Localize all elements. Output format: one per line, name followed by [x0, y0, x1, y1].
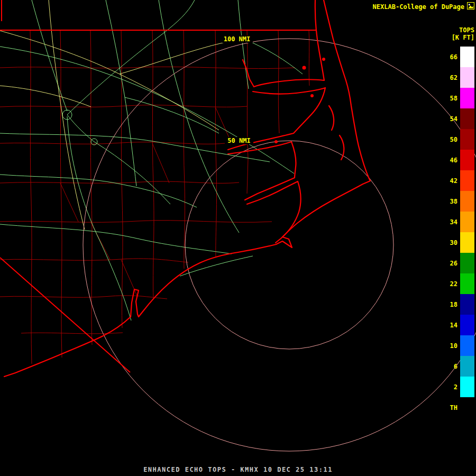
legend-entry-label: 46 [444, 157, 457, 164]
legend-swatch [460, 67, 474, 88]
header-title: NEXLAB-College of DuPage [373, 3, 464, 11]
town-marker [310, 94, 314, 97]
legend-swatch [460, 108, 474, 129]
legend-entry: 46 [444, 150, 474, 170]
legend-entry: 42 [444, 170, 474, 191]
legend-entry-label: 14 [444, 322, 457, 329]
legend-entry-label: 6 [444, 363, 457, 370]
legend-entry: 62 [444, 67, 474, 88]
range-rings [83, 39, 476, 451]
legend-entry: 30 [444, 232, 474, 253]
legend-swatch [460, 294, 474, 315]
legend-entry-label: 58 [444, 95, 457, 102]
nc-sc-border [0, 258, 130, 372]
legend-entry-label: 66 [444, 53, 457, 61]
legend-entry-label: 18 [444, 301, 457, 308]
legend-entry-label: 50 [444, 136, 457, 143]
legend-swatch [460, 377, 474, 397]
legend-scale: 66625854504642383430262218141062TH [444, 47, 474, 418]
legend-swatch [460, 315, 474, 335]
legend-entry-label: 2 [444, 383, 457, 391]
legend-title: TOPS [452, 26, 474, 34]
legend-header: TOPS [K FT] [452, 26, 474, 41]
legend-swatch [460, 253, 474, 273]
legend-entry-label: 30 [444, 239, 457, 246]
legend-entry: 66 [444, 47, 474, 67]
legend-entry-label: 10 [444, 342, 457, 350]
legend-swatch [460, 232, 474, 253]
legend-entry: 22 [444, 273, 474, 294]
legend-entry: 26 [444, 253, 474, 273]
legend-entry: 14 [444, 315, 474, 335]
town-marker [303, 66, 306, 70]
legend-swatch [460, 129, 474, 150]
legend-entry-label: 42 [444, 177, 457, 185]
radar-map: 100 NMI 50 NMI [0, 0, 476, 476]
county-borders [0, 30, 309, 364]
legend-swatch [460, 150, 474, 170]
ring-label-100nmi: 100 NMI [224, 35, 251, 43]
legend-entry-label: 22 [444, 280, 457, 288]
legend-swatch [460, 397, 474, 418]
legend-entry: 2 [444, 377, 474, 397]
legend-swatch [460, 47, 474, 67]
legend-entry-label: TH [444, 404, 457, 411]
legend-entry: 38 [444, 191, 474, 212]
ring-label-50nmi: 50 NMI [227, 137, 250, 144]
legend-entry: 58 [444, 88, 474, 108]
coastline [4, 0, 370, 377]
legend-entry-label: 38 [444, 198, 457, 205]
legend-entry: 34 [444, 212, 474, 232]
legend-entry: TH [444, 397, 474, 418]
legend-swatch [460, 191, 474, 212]
legend-swatch [460, 273, 474, 294]
range-ring-100nmi [83, 39, 476, 451]
legend-swatch [460, 335, 474, 356]
legend-entry-label: 26 [444, 260, 457, 267]
ocean-coast-outer-banks [4, 0, 370, 377]
legend-swatch [460, 88, 474, 108]
county-lines-vertical [30, 30, 309, 364]
legend-swatch [460, 356, 474, 377]
town-marker [274, 140, 278, 143]
legend-entry: 54 [444, 108, 474, 129]
legend-entry-label: 54 [444, 115, 457, 123]
town-marker [322, 58, 325, 61]
nexlab-logo-icon [467, 2, 474, 10]
road-network [0, 0, 303, 321]
roads-minor [0, 0, 303, 321]
legend-entry-label: 34 [444, 218, 457, 226]
county-lines-horizontal [0, 67, 295, 333]
legend-swatch [460, 212, 474, 232]
legend-entry: 6 [444, 356, 474, 377]
legend-units: [K FT] [452, 34, 474, 41]
legend-entry: 50 [444, 129, 474, 150]
radar-product: 100 NMI 50 NMI NEXLAB-College of DuPage … [0, 0, 476, 476]
legend-entry: 10 [444, 335, 474, 356]
legend-entry-label: 62 [444, 74, 457, 81]
coastal-town-markers [274, 58, 325, 143]
legend-entry: 18 [444, 294, 474, 315]
legend-swatch [460, 170, 474, 191]
product-caption: ENHANCED ECHO TOPS - KMHX 10 DEC 25 13:1… [0, 466, 476, 473]
range-ring-labels: 100 NMI 50 NMI [221, 35, 253, 144]
